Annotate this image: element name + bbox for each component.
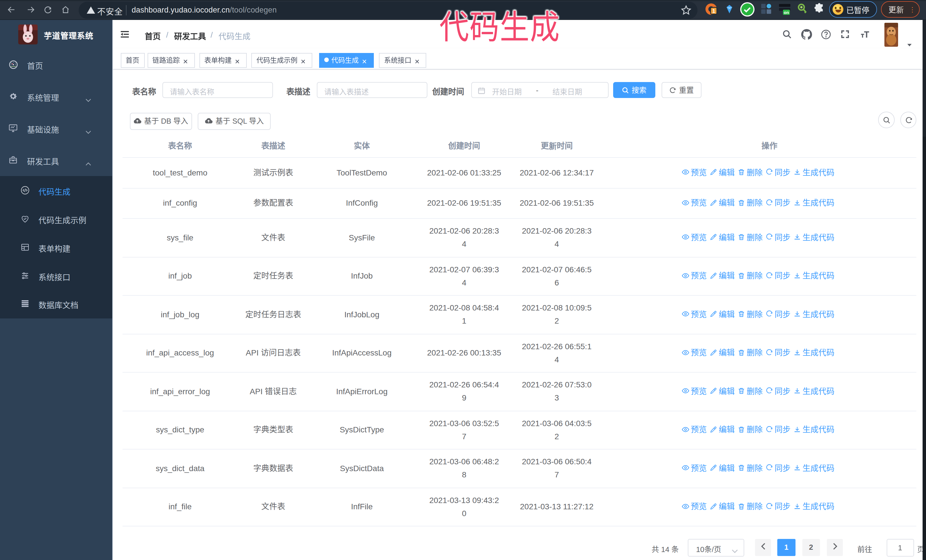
svg-text:on: on (784, 10, 789, 15)
svg-text:1: 1 (712, 8, 715, 14)
